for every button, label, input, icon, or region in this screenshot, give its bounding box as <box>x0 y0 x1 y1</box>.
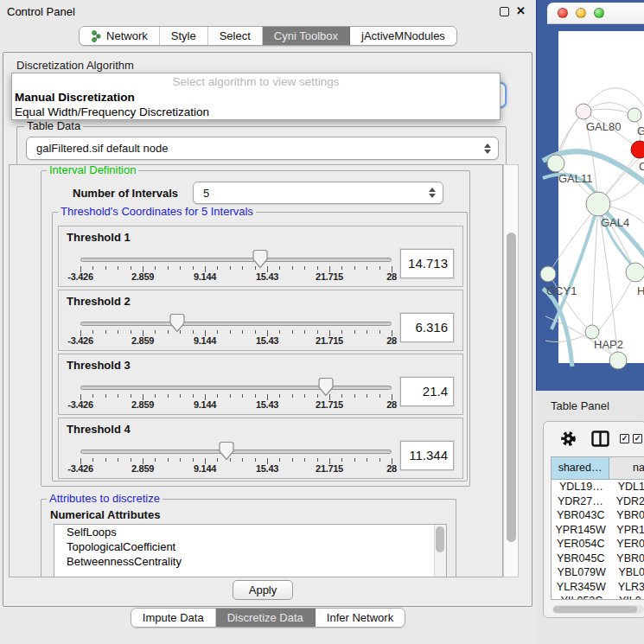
slider-tick <box>367 330 367 334</box>
scrollbar-thumb[interactable] <box>507 233 516 542</box>
table-row[interactable]: YDL19…YDL1 <box>552 480 644 494</box>
slider-tick <box>354 266 355 270</box>
network-canvas[interactable]: GAL80GGAL11CGAL4GCY1HHAP2 <box>558 31 644 363</box>
attribute-list-item[interactable]: SelfLoops <box>54 525 446 539</box>
threshold-slider-track[interactable] <box>80 386 392 390</box>
threshold-slider-thumb[interactable] <box>252 249 268 269</box>
table-row[interactable]: YDR27…YDR2 <box>552 494 644 509</box>
tab-jactivemnodules[interactable]: jActiveMNodules <box>350 27 456 45</box>
tab-label: Select <box>220 29 251 42</box>
table-panel-title: Table Panel <box>551 399 609 412</box>
table-row[interactable]: YER054CYER0 <box>552 537 644 552</box>
slider-tick <box>180 266 181 270</box>
column-header-shared-name[interactable]: shared… <box>552 457 609 479</box>
node-label-GAL4: GAL4 <box>601 216 629 229</box>
close-traffic-light[interactable] <box>558 8 568 18</box>
scrollbar-thumb[interactable] <box>553 606 637 613</box>
threshold-value-field[interactable]: 14.713 <box>400 249 454 278</box>
tab-cyni-toolbox[interactable]: Cyni Toolbox <box>263 27 350 45</box>
close-icon[interactable]: ✕ <box>516 4 528 18</box>
float-window-icon[interactable] <box>500 7 509 16</box>
network-node-GAL80[interactable] <box>576 104 591 119</box>
slider-tick <box>279 266 280 270</box>
threshold-value-field[interactable]: 6.316 <box>400 313 454 342</box>
numerical-attributes-list[interactable]: SelfLoopsTopologicalCoefficientBetweenne… <box>54 524 447 577</box>
slider-tick <box>317 266 318 270</box>
network-node-GAL11[interactable] <box>547 155 564 172</box>
table-horizontal-scrollbar[interactable] <box>552 605 644 614</box>
node-label-HAP2: HAP2 <box>594 338 623 351</box>
apply-button[interactable]: Apply <box>233 580 293 600</box>
threshold-slider-thumb[interactable] <box>169 313 185 333</box>
threshold-value-field[interactable]: 11.344 <box>400 441 454 470</box>
attribute-list-item[interactable]: TopologicalCoefficient <box>54 539 446 554</box>
slider-tick <box>105 458 106 462</box>
gear-icon[interactable] <box>560 430 577 447</box>
column-header-name[interactable]: na <box>609 457 644 479</box>
network-node-GAL4[interactable] <box>586 192 610 216</box>
slider-tick <box>367 266 367 270</box>
threshold-slider-thumb[interactable] <box>219 441 234 461</box>
settings-scrollbar[interactable] <box>503 164 519 577</box>
slider-tick-label: 9.144 <box>194 399 216 410</box>
columns-icon[interactable] <box>591 430 609 447</box>
threshold-value-field[interactable]: 21.4 <box>400 377 454 406</box>
slider-tick <box>180 458 181 462</box>
tab-select[interactable]: Select <box>208 27 263 45</box>
cell-name: YLR3 <box>611 580 644 595</box>
table-row[interactable]: YPR145WYPR1 <box>552 523 644 538</box>
number-of-intervals-label: Number of Intervals <box>73 187 178 200</box>
table-row[interactable]: YIL052CYIL0 <box>552 594 644 600</box>
slider-tick <box>168 394 169 398</box>
slider-tick <box>180 394 181 398</box>
threshold-label: Threshold 4 <box>67 423 131 436</box>
interval-definition-title: Interval Definition <box>47 164 138 176</box>
slider-tick <box>230 394 231 398</box>
tab-impute-data[interactable]: Impute Data <box>131 609 216 627</box>
tab-network[interactable]: Network <box>80 27 160 45</box>
zoom-traffic-light[interactable] <box>594 8 604 18</box>
slider-tick <box>379 458 380 462</box>
minimize-traffic-light[interactable] <box>576 8 586 18</box>
slider-tick <box>105 394 106 398</box>
network-node-node-red[interactable] <box>631 141 644 158</box>
threshold-slider-track[interactable] <box>80 450 392 454</box>
slider-tick-label: 15.43 <box>256 399 278 410</box>
network-node-node-bottom[interactable] <box>609 352 627 369</box>
table-row[interactable]: YLR345WYLR3 <box>552 580 644 595</box>
thresholds-group-title: Threshold's Coordinates for 5 Intervals <box>58 206 256 218</box>
settings-scroll-viewport: Interval Definition Number of Intervals … <box>9 164 503 577</box>
network-window-titlebar[interactable] <box>547 3 644 24</box>
checkbox-icon[interactable]: ✓ <box>620 434 629 443</box>
slider-tick-label: -3.426 <box>67 463 92 474</box>
table-row[interactable]: YBL079WYBL0 <box>552 565 644 580</box>
number-of-intervals-combobox[interactable]: 5 <box>193 182 443 204</box>
table-row[interactable]: YBR043CYBR0 <box>552 508 644 523</box>
tab-infer-network[interactable]: Infer Network <box>316 609 405 627</box>
tab-label: Network <box>106 29 148 42</box>
attribute-list-item[interactable]: BetweennessCentrality <box>54 554 446 569</box>
tab-discretize-data[interactable]: Discretize Data <box>216 609 316 627</box>
slider-tick-label: 28 <box>386 463 397 474</box>
network-node-node-H[interactable] <box>626 263 644 282</box>
table-data-combobox[interactable]: galFiltered.sif default node <box>26 137 499 160</box>
list-scrollbar[interactable] <box>434 525 446 577</box>
network-edge <box>549 204 598 274</box>
dropdown-option[interactable]: Equal Width/Frequency Discretization <box>12 105 500 119</box>
tab-style[interactable]: Style <box>160 27 208 45</box>
slider-tick-label: 21.715 <box>316 271 343 282</box>
network-node-GCY1[interactable] <box>540 266 556 282</box>
network-node-node-top-right[interactable] <box>628 108 641 122</box>
checkbox-icon[interactable]: ✓ <box>633 434 642 443</box>
threshold-slider-thumb[interactable] <box>318 377 334 397</box>
threshold-slider-track[interactable] <box>80 322 392 326</box>
table-row[interactable]: YBR045CYBR0 <box>552 552 644 566</box>
cell-name: YDL1 <box>611 480 644 494</box>
threshold-slider-track[interactable] <box>80 258 392 262</box>
slider-tick <box>118 266 118 270</box>
slider-tick <box>131 458 131 462</box>
screen: Control Panel ✕ NetworkStyleSelectCyni T… <box>0 0 644 644</box>
slider-tick <box>304 330 305 334</box>
dropdown-option[interactable]: Manual Discretization <box>12 90 500 105</box>
network-node-HAP2[interactable] <box>585 325 599 339</box>
